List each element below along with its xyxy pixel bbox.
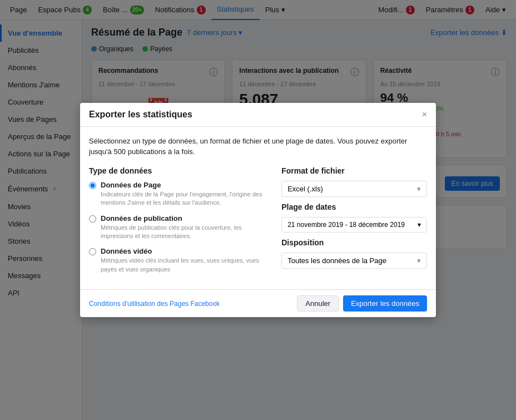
terms-link[interactable]: Conditions d'utilisation des Pages Faceb… xyxy=(89,300,220,308)
export-modal: Exporter les statistiques × Sélectionnez… xyxy=(80,103,436,317)
radio-donnees-video[interactable] xyxy=(89,248,96,255)
date-range-label: Plage de dates xyxy=(281,202,427,211)
disposition-value: Toutes les données de la Page xyxy=(287,256,386,265)
modal-description: Sélectionnez un type de données, un form… xyxy=(89,136,427,157)
file-format-chevron-icon: ▾ xyxy=(417,185,421,193)
modal-footer: Conditions d'utilisation des Pages Faceb… xyxy=(80,289,436,317)
data-type-label: Type de données xyxy=(89,166,264,175)
radio-donnees-publication[interactable] xyxy=(89,215,96,223)
file-format-value: Excel (.xls) xyxy=(287,185,323,193)
data-type-publication: Données de publication Métriques de publ… xyxy=(89,214,264,241)
date-range-value: 21 novembre 2019 - 18 décembre 2019 xyxy=(287,221,405,229)
modal-right-section: Format de fichier Excel (.xls) ▾ Plage d… xyxy=(281,166,427,280)
radio-desc-publication: Métriques de publication clés pour la co… xyxy=(101,224,264,241)
radio-donnees-page[interactable] xyxy=(89,182,96,189)
radio-title-page: Données de Page xyxy=(101,181,264,189)
radio-title-publication: Données de publication xyxy=(101,214,264,223)
export-data-button[interactable]: Exporter les données xyxy=(343,295,427,312)
file-format-label: Format de fichier xyxy=(281,166,427,175)
data-type-video: Données vidéo Métriques vidéo clés inclu… xyxy=(89,247,264,274)
radio-desc-page: Indicateurs clés de la Page pour l'engag… xyxy=(101,190,264,207)
file-format-dropdown[interactable]: Excel (.xls) ▾ xyxy=(281,181,427,197)
modal-title: Exporter les statistiques xyxy=(89,110,192,120)
date-range-dropdown[interactable]: 21 novembre 2019 - 18 décembre 2019 ▾ xyxy=(281,217,427,233)
modal-body: Sélectionnez un type de données, un form… xyxy=(80,127,436,289)
radio-title-video: Données vidéo xyxy=(101,247,264,255)
date-range-chevron-icon: ▾ xyxy=(418,221,421,229)
data-type-page: Données de Page Indicateurs clés de la P… xyxy=(89,181,264,207)
modal-header: Exporter les statistiques × xyxy=(80,103,436,127)
cancel-button[interactable]: Annuler xyxy=(297,295,339,312)
disposition-dropdown[interactable]: Toutes les données de la Page ▾ xyxy=(281,253,427,269)
disposition-chevron-icon: ▾ xyxy=(417,256,421,265)
radio-desc-video: Métriques vidéo clés incluant les vues, … xyxy=(101,256,264,274)
footer-buttons: Annuler Exporter les données xyxy=(297,295,427,312)
disposition-label: Disposition xyxy=(281,238,427,247)
modal-data-type-section: Type de données Données de Page Indicate… xyxy=(89,166,264,280)
modal-columns: Type de données Données de Page Indicate… xyxy=(89,166,427,280)
modal-overlay[interactable]: Exporter les statistiques × Sélectionnez… xyxy=(0,0,516,420)
modal-close-button[interactable]: × xyxy=(422,110,427,120)
